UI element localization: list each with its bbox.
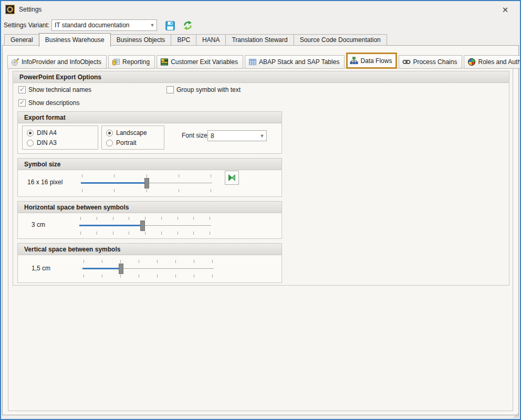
table-icon bbox=[248, 58, 257, 66]
tab-general[interactable]: General bbox=[4, 34, 39, 46]
settings-variant-dropdown[interactable]: IT standard documentation ▼ bbox=[51, 19, 157, 31]
slider-thumb[interactable] bbox=[140, 220, 145, 231]
export-format-group: Export format DIN A4 DIN A3 bbox=[17, 111, 282, 154]
target-icon bbox=[11, 58, 19, 66]
tab-label: Data Flows bbox=[360, 57, 392, 65]
slider-fill bbox=[82, 268, 121, 269]
slider-ticks bbox=[82, 189, 211, 192]
show-technical-names-checkbox[interactable]: Show technical names bbox=[18, 86, 91, 93]
tab-source-code-documentation[interactable]: Source Code Documentation bbox=[294, 34, 387, 46]
horizontal-space-slider[interactable] bbox=[79, 215, 211, 237]
tab-hana[interactable]: HANA bbox=[196, 34, 226, 46]
group-content: DIN A4 DIN A3 Landscape bbox=[18, 123, 282, 153]
tab-label: Process Chains bbox=[413, 58, 457, 66]
tab-label: Source Code Documentation bbox=[300, 36, 381, 44]
close-icon[interactable]: ✕ bbox=[499, 4, 512, 16]
group-content: 3 cm bbox=[18, 213, 282, 238]
slider-ticks bbox=[82, 174, 211, 177]
din-a4-radio[interactable]: DIN A4 bbox=[27, 129, 57, 136]
refresh-arrows-icon bbox=[183, 20, 193, 30]
horizontal-space-group: Horizontal space between symbols 3 cm bbox=[17, 201, 282, 239]
primary-tab-strip: General Business Warehouse Business Obje… bbox=[4, 33, 387, 46]
chevron-down-icon: ▼ bbox=[148, 23, 157, 28]
tab-label: Roles and Authorizations bbox=[478, 58, 521, 66]
slider-thumb[interactable] bbox=[144, 178, 149, 188]
tab-reporting[interactable]: Reporting bbox=[108, 55, 155, 69]
chevron-down-icon: ▼ bbox=[258, 133, 266, 139]
slider-ticks bbox=[84, 260, 213, 263]
horizontal-space-value: 3 cm bbox=[32, 221, 45, 228]
radio-dot bbox=[106, 140, 113, 146]
checkbox-box bbox=[18, 86, 26, 93]
refresh-button[interactable] bbox=[182, 20, 193, 32]
vertical-space-value: 1,5 cm bbox=[32, 265, 50, 272]
group-header: PowerPoint Export Options bbox=[13, 71, 509, 83]
group-content: 16 x 16 pixel bbox=[18, 170, 282, 196]
app-logo-icon bbox=[5, 5, 15, 14]
tab-translation-steward[interactable]: Translation Steward bbox=[225, 34, 294, 46]
group-header: Symbol size bbox=[18, 159, 282, 170]
group-header: Vertical space between symbols bbox=[18, 244, 282, 255]
roles-sphere-icon bbox=[467, 58, 476, 66]
tab-customer-exit-variables[interactable]: Customer Exit Variables bbox=[157, 55, 243, 69]
font-size-value: 8 bbox=[208, 132, 258, 140]
resize-grip[interactable] bbox=[514, 413, 519, 418]
variant-label: Settings Variant: bbox=[4, 18, 49, 33]
tab-label: Customer Exit Variables bbox=[171, 58, 238, 66]
group-header: Export format bbox=[18, 112, 282, 123]
checkbox-label: Show technical names bbox=[28, 86, 91, 93]
checkbox-box bbox=[166, 86, 174, 93]
group-symbol-with-text-checkbox[interactable]: Group symbol with text bbox=[166, 86, 241, 93]
symbol-preview bbox=[225, 171, 239, 185]
tab-abap-stack-and-sap-tables[interactable]: ABAP Stack and SAP Tables bbox=[245, 55, 345, 69]
orientation-radio-group: Landscape Portrait bbox=[101, 125, 164, 150]
portrait-radio[interactable]: Portrait bbox=[106, 139, 137, 146]
radio-label: DIN A4 bbox=[37, 129, 57, 136]
dataflow-tree-icon bbox=[350, 57, 358, 65]
paper-size-radio-group: DIN A4 DIN A3 bbox=[22, 125, 98, 150]
tab-data-flows[interactable]: Data Flows bbox=[346, 52, 397, 69]
tab-label: Reporting bbox=[122, 58, 150, 66]
checkbox-label: Group symbol with text bbox=[176, 86, 241, 93]
slider-track bbox=[79, 225, 211, 226]
vertical-space-group: Vertical space between symbols 1,5 cm bbox=[17, 243, 282, 283]
din-a3-radio[interactable]: DIN A3 bbox=[27, 139, 57, 146]
radio-dot bbox=[106, 130, 113, 136]
title-bar: Settings ✕ bbox=[1, 1, 520, 18]
checkbox-label: Show descriptions bbox=[28, 99, 79, 107]
window-title: Settings bbox=[19, 1, 41, 18]
font-size-dropdown[interactable]: 8 ▼ bbox=[207, 130, 267, 141]
radio-dot bbox=[27, 140, 34, 146]
slider-ticks bbox=[80, 217, 210, 220]
slider-thumb[interactable] bbox=[119, 264, 123, 274]
vertical-space-slider[interactable] bbox=[82, 258, 214, 280]
slider-fill bbox=[81, 182, 147, 184]
tab-label: HANA bbox=[202, 36, 220, 44]
checkbox-box bbox=[18, 99, 26, 107]
radio-label: Landscape bbox=[116, 129, 147, 136]
symbol-size-slider[interactable] bbox=[81, 172, 212, 194]
bw-symbol-preview-icon bbox=[227, 173, 236, 182]
slider-ticks bbox=[80, 232, 210, 235]
tab-label: ABAP Stack and SAP Tables bbox=[259, 58, 339, 66]
variables-table-icon bbox=[160, 58, 169, 66]
tab-process-chains[interactable]: Process Chains bbox=[399, 55, 462, 69]
font-size-label: Font size bbox=[182, 132, 207, 139]
tab-business-objects[interactable]: Business Objects bbox=[110, 34, 172, 46]
group-content: 1,5 cm bbox=[18, 255, 282, 282]
data-flows-panel: PowerPoint Export Options Show technical… bbox=[8, 68, 513, 411]
variant-value: IT standard documentation bbox=[52, 22, 148, 29]
landscape-radio[interactable]: Landscape bbox=[106, 129, 147, 136]
report-database-icon bbox=[112, 58, 120, 66]
tab-infoprovider-and-infoobjects[interactable]: InfoProvider and InfoObjects bbox=[7, 55, 107, 69]
tab-bpc[interactable]: BPC bbox=[171, 34, 196, 46]
tab-label: BPC bbox=[177, 36, 190, 44]
show-descriptions-checkbox[interactable]: Show descriptions bbox=[18, 99, 79, 107]
symbol-size-value: 16 x 16 pixel bbox=[27, 178, 62, 186]
tab-roles-and-authorizations[interactable]: Roles and Authorizations bbox=[464, 55, 521, 69]
tab-business-warehouse[interactable]: Business Warehouse bbox=[39, 33, 111, 47]
save-button[interactable] bbox=[164, 20, 176, 32]
symbol-size-group: Symbol size 16 x 16 pixel bbox=[17, 158, 282, 197]
radio-dot bbox=[27, 130, 34, 136]
radio-label: DIN A3 bbox=[37, 139, 57, 146]
